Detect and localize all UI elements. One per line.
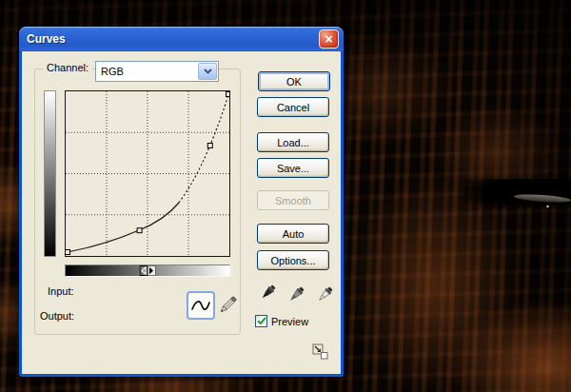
pencil-tool-icon	[216, 294, 239, 317]
white-point-eyedropper-icon[interactable]	[314, 284, 335, 305]
curves-dialog: Curves × Channel: RGB	[19, 27, 344, 377]
options-button[interactable]: Options...	[257, 250, 329, 270]
input-gradient-bar[interactable]	[65, 265, 230, 277]
grid-dotted-lines	[66, 91, 229, 256]
smooth-button: Smooth	[257, 190, 329, 210]
load-button[interactable]: Load...	[257, 132, 329, 152]
bark-knot	[464, 179, 571, 207]
photoshop-canvas: Curves × Channel: RGB	[0, 0, 571, 392]
channel-selected-value: RGB	[101, 66, 124, 77]
channel-select[interactable]: RGB	[95, 61, 219, 82]
tone-curve-dotted	[179, 94, 228, 203]
auto-button[interactable]: Auto	[257, 224, 329, 244]
black-point-eyedropper-icon[interactable]	[257, 283, 278, 304]
curve-tool-icon	[190, 298, 211, 313]
bark-knot-glint	[546, 206, 549, 207]
curve-control-points	[66, 92, 229, 255]
pencil-tool-button[interactable]	[215, 291, 240, 320]
chevron-down-icon[interactable]	[198, 63, 217, 80]
cancel-button[interactable]: Cancel	[257, 97, 329, 117]
close-icon: ×	[325, 31, 332, 47]
preview-checkbox[interactable]	[255, 315, 267, 327]
close-button[interactable]: ×	[319, 29, 339, 49]
dialog-body: Channel: RGB	[22, 51, 341, 374]
preview-label: Preview	[271, 316, 308, 327]
curve-tool-button[interactable]	[187, 291, 215, 320]
output-label: Output:	[40, 310, 74, 322]
channel-label: Channel:	[43, 62, 92, 73]
output-gradient-bar	[44, 90, 56, 257]
gradient-flip-arrows-icon	[140, 265, 156, 276]
title-bar[interactable]: Curves ×	[19, 27, 344, 51]
gray-point-eyedropper-icon[interactable]	[286, 284, 306, 305]
preview-checkbox-row[interactable]: Preview	[255, 315, 308, 327]
resize-handle-icon[interactable]	[312, 343, 329, 361]
curve-grid[interactable]	[65, 90, 230, 257]
dialog-title: Curves	[19, 32, 66, 46]
checkmark-icon	[257, 317, 266, 325]
input-label: Input:	[48, 285, 74, 297]
ok-button[interactable]: OK	[258, 71, 330, 91]
tone-curve-solid	[68, 203, 179, 252]
save-button[interactable]: Save...	[257, 158, 329, 178]
